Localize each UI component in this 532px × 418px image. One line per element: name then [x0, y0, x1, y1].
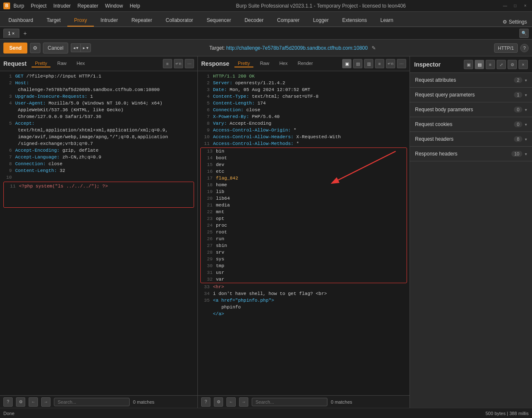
http-version[interactable]: HTTP/1	[494, 43, 518, 53]
maximize-button[interactable]: □	[512, 3, 519, 9]
req-settings-icon[interactable]: ⚙	[16, 397, 25, 407]
inspector-section-header-0[interactable]: Request attributes 2 ▾	[410, 73, 532, 87]
tab-dashboard[interactable]: Dashboard	[2, 15, 40, 27]
resp-line-2: 2Server: openresty/1.21.4.2	[198, 80, 410, 86]
menu-intruder[interactable]: Intruder	[53, 3, 71, 9]
inspector-section-title-3: Request cookies	[415, 121, 514, 127]
response-tab-render[interactable]: Render	[294, 60, 316, 67]
subtab-1[interactable]: 1 ×	[3, 29, 19, 38]
req-line-3: challenge-7e578b7af5d2009b.sandbox.ctfhu…	[0, 86, 197, 93]
req-next-icon[interactable]: →	[41, 397, 51, 407]
tab-learn[interactable]: Learn	[374, 15, 400, 27]
close-button[interactable]: ×	[522, 3, 529, 9]
tab-decoder[interactable]: Decoder	[238, 15, 270, 27]
tab-sequencer[interactable]: Sequencer	[200, 15, 238, 27]
chevron-down-icon-4: ▾	[525, 137, 527, 142]
inspector-tools: ▣ ▤ ≡ ⤢ ⚙ ×	[464, 60, 528, 69]
inspector-view-btn2[interactable]: ▤	[475, 60, 484, 69]
req-line-7: Chrome/127.0.0.0 Safari/537.36	[0, 113, 197, 120]
cancel-button[interactable]: Cancel	[43, 43, 68, 54]
request-tab-raw[interactable]: Raw	[54, 60, 70, 67]
menu-repeater[interactable]: Repeater	[77, 3, 98, 9]
resp-line-28: 28srv	[201, 249, 407, 256]
request-tab-hex[interactable]: Hex	[73, 60, 88, 67]
help-button[interactable]: ?	[520, 44, 529, 52]
inspector-close-btn[interactable]: ×	[519, 60, 528, 69]
menu-help[interactable]: Help	[130, 3, 140, 9]
tab-target[interactable]: Target	[40, 15, 67, 27]
response-tab-pretty[interactable]: Pretty	[234, 60, 253, 67]
menu-window[interactable]: Window	[105, 3, 123, 9]
request-format-btn[interactable]: ≡	[163, 59, 172, 68]
resp-help-icon[interactable]: ?	[201, 397, 210, 407]
send-button[interactable]: Send	[3, 43, 27, 54]
resp-settings-icon[interactable]: ⚙	[214, 397, 223, 407]
inspector-section-header-5[interactable]: Response headers 10 ▾	[410, 147, 532, 161]
resp-line-25: 25root	[201, 229, 407, 236]
title-bar: B Burp Project Intruder Repeater Window …	[0, 0, 532, 12]
request-status-bar: ? ⚙ ← → 0 matches	[0, 395, 197, 408]
inspector-collapse-btn[interactable]: ⤢	[497, 60, 506, 69]
inspector-section-title-1: Request query parameters	[415, 92, 514, 98]
req-line-16: 10	[0, 174, 197, 181]
minimize-button[interactable]: —	[502, 3, 508, 9]
request-tab-pretty[interactable]: Pretty	[32, 60, 51, 67]
req-prev-icon[interactable]: ←	[29, 397, 38, 407]
response-panel: Response Pretty Raw Hex Render ▣ ▤ ▥ ≡ ↵…	[198, 56, 410, 408]
tab-repeater[interactable]: Repeater	[125, 15, 159, 27]
target-display: Target: http://challenge-7e578b7af5d2009…	[93, 45, 492, 51]
request-code-area[interactable]: 1GET /?file=php://input HTTP/1.1 2Host: …	[0, 71, 197, 395]
tab-collaborator[interactable]: Collaborator	[159, 15, 200, 27]
tab-logger[interactable]: Logger	[306, 15, 335, 27]
menu-burp[interactable]: Burp	[13, 3, 24, 9]
menu-project[interactable]: Project	[31, 3, 46, 9]
inspector-section-header-1[interactable]: Request query parameters 1 ▾	[410, 88, 532, 102]
response-code-area[interactable]: 1HTTP/1.1 200 OK 2Server: openresty/1.21…	[198, 71, 410, 395]
req-line-10: image/avif,image/webp,image/apng,*/*;q=0…	[0, 134, 197, 140]
resp-view-btn3[interactable]: ▥	[364, 59, 373, 68]
toolbar: Send ⚙ Cancel ◂ ▾ ▸ ▾ Target: http://cha…	[0, 40, 532, 56]
add-tab-button[interactable]: +	[21, 29, 29, 38]
resp-line-11: 11Access-Control-Allow-Methods: *	[198, 140, 410, 147]
response-header: Response Pretty Raw Hex Render ▣ ▤ ▥ ≡ ↵…	[198, 56, 410, 71]
settings-button[interactable]: ⚙ Settings	[499, 17, 530, 27]
request-search-input[interactable]	[54, 398, 130, 406]
inspector-section-header-3[interactable]: Request cookies 0 ▾	[410, 117, 532, 131]
resp-line-32: 32var	[201, 276, 407, 283]
req-line-2: 2Host:	[0, 80, 197, 86]
tab-proxy[interactable]: Proxy	[67, 15, 94, 27]
response-search-input[interactable]	[252, 398, 327, 406]
next-button[interactable]: ▸ ▾	[80, 43, 91, 52]
resp-line-14: 14boot	[201, 155, 407, 161]
tab-comparer[interactable]: Comparer	[270, 15, 306, 27]
prev-button[interactable]: ◂ ▾	[71, 43, 81, 52]
req-line-14: 8Connection: close	[0, 161, 197, 167]
inspector-view-btn1[interactable]: ▣	[464, 60, 473, 69]
inspector-section-header-2[interactable]: Request body parameters 0 ▾	[410, 102, 532, 117]
resp-line-27: 27sbin	[201, 242, 407, 249]
resp-more-btn[interactable]: ⋯	[397, 59, 406, 68]
tab-extensions[interactable]: Extensions	[335, 15, 374, 27]
response-tab-hex[interactable]: Hex	[276, 60, 291, 67]
response-tab-raw[interactable]: Raw	[257, 60, 273, 67]
inspector-align-btn[interactable]: ≡	[486, 60, 495, 69]
resp-wrap-btn[interactable]: ↵n	[386, 59, 395, 68]
tab-intruder[interactable]: Intruder	[94, 15, 125, 27]
resp-prev-icon[interactable]: ←	[226, 397, 236, 407]
pencil-icon[interactable]: ✎	[372, 45, 376, 51]
resp-next-icon[interactable]: →	[239, 397, 248, 407]
inspector-section-title-0: Request attributes	[415, 77, 514, 83]
resp-view-btn2[interactable]: ▤	[353, 59, 362, 68]
resp-view-btn1[interactable]: ▣	[342, 59, 351, 68]
resp-format-btn[interactable]: ≡	[375, 59, 384, 68]
inspector-section-header-4[interactable]: Request headers 8 ▾	[410, 132, 532, 146]
req-help-icon[interactable]: ?	[3, 397, 13, 407]
req-line-8: 5Accept:	[0, 120, 197, 127]
request-wrap-btn[interactable]: ↵n	[174, 59, 183, 68]
inspector-section-count-1: 1	[514, 92, 522, 98]
resp-line-5: 5Content-Length: 174	[198, 100, 410, 107]
send-options-button[interactable]: ⚙	[30, 43, 40, 53]
request-more-btn[interactable]: ⋯	[185, 59, 194, 68]
search-button-top[interactable]: 🔍	[519, 29, 529, 38]
inspector-settings-btn[interactable]: ⚙	[508, 60, 517, 69]
